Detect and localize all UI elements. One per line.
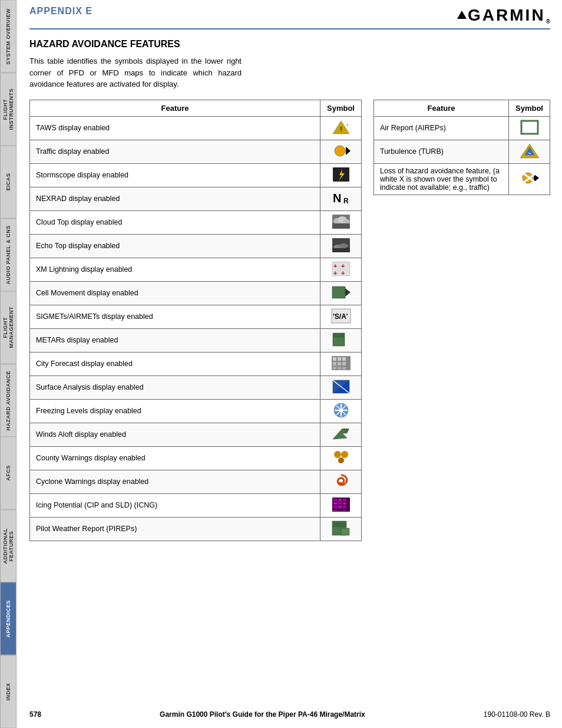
svg-rect-13	[332, 223, 350, 229]
symbol-cell	[509, 163, 550, 195]
table-row: SIGMETs/AIRMETs display enabled 'S/A'	[30, 305, 362, 328]
symbol-cell	[320, 423, 362, 446]
svg-rect-67	[332, 521, 346, 527]
svg-point-16	[339, 243, 348, 248]
section-title: HAZARD AVOIDANCE FEATURES	[29, 39, 550, 50]
section-description: This table identifies the symbols displa…	[29, 55, 242, 90]
feature-label: County Warnings display enabled	[30, 446, 320, 470]
garmin-triangle-icon	[457, 11, 467, 19]
svg-text:+: +	[333, 262, 337, 269]
svg-point-51	[341, 451, 348, 458]
table-row: Freezing Levels display enabled	[30, 399, 362, 423]
right-table-feature-header: Feature	[374, 100, 509, 116]
right-table-symbol-header: Symbol	[509, 100, 550, 116]
svg-text:↑: ↑	[346, 123, 348, 128]
table-row: Winds Aloft display enabled	[30, 423, 362, 446]
table-row: Traffic display enabled	[30, 140, 362, 163]
feature-label: TAWS display enabled	[30, 116, 320, 140]
feature-label: Pilot Weather Report (PIREPs)	[30, 517, 320, 541]
table-row: Turbulence (TURB) ~	[374, 140, 550, 163]
svg-point-12	[343, 219, 350, 224]
turbulence-symbol: ~	[519, 142, 540, 160]
feature-label: Icing Potential (CIP and SLD) (ICNG)	[30, 493, 320, 517]
surfaceanalysis-symbol	[330, 378, 352, 396]
svg-text:R: R	[343, 197, 349, 205]
symbol-cell	[320, 140, 362, 163]
symbol-cell	[320, 210, 362, 234]
sidebar-item-audio-panel[interactable]: AUDIO PANEL & CNS	[0, 219, 16, 292]
table-row: Surface Analysis display enabled	[30, 375, 362, 399]
feature-label: Winds Aloft display enabled	[30, 423, 320, 446]
svg-rect-56	[343, 499, 346, 501]
svg-rect-34	[338, 362, 341, 365]
right-feature-table: Feature Symbol Air Report (AIREPs)	[373, 100, 550, 195]
left-column: Feature Symbol TAWS display enabled ! ↑	[29, 100, 362, 541]
svg-rect-61	[338, 506, 342, 508]
table-row: Cell Movement display enabled	[30, 281, 362, 305]
svg-rect-32	[342, 357, 346, 361]
appendix-title: APPENDIX E	[29, 6, 92, 17]
table-row: Air Report (AIREPs)	[374, 116, 550, 140]
svg-rect-65	[343, 509, 346, 511]
pireps-symbol	[330, 519, 352, 537]
symbol-cell	[320, 281, 362, 305]
sidebar-item-appendices[interactable]: APPENDICES	[0, 582, 16, 655]
svg-point-50	[334, 451, 341, 458]
sidebar-item-afcs[interactable]: AFCS	[0, 437, 16, 510]
svg-text:N: N	[333, 192, 341, 205]
icing-symbol	[330, 496, 352, 513]
feature-label: Echo Top display enabled	[30, 234, 320, 258]
sidebar-item-flight-management[interactable]: FLIGHT MANAGEMENT	[0, 291, 16, 364]
feature-label: Freezing Levels display enabled	[30, 399, 320, 423]
symbol-cell	[320, 352, 362, 375]
echotop-symbol	[330, 236, 352, 254]
svg-text:!: !	[340, 126, 342, 133]
svg-rect-58	[338, 502, 342, 505]
svg-rect-35	[342, 362, 346, 365]
left-feature-table: Feature Symbol TAWS display enabled ! ↑	[29, 100, 362, 541]
svg-rect-36	[333, 367, 336, 370]
content-columns: Feature Symbol TAWS display enabled ! ↑	[29, 100, 550, 541]
sidebar-item-eicas[interactable]: EICAS	[0, 146, 16, 219]
sidebar-item-additional-features[interactable]: ADDITIONAL FEATURES	[0, 510, 16, 583]
registered-trademark: ®	[546, 18, 550, 25]
table-row: XM Lightning display enabled + + + +	[30, 258, 362, 281]
taws-symbol: ! ↑	[330, 118, 352, 136]
table-row: Echo Top display enabled	[30, 234, 362, 258]
right-column: Feature Symbol Air Report (AIREPs)	[373, 100, 550, 195]
cellmovement-symbol	[330, 284, 352, 301]
svg-rect-69	[521, 121, 538, 134]
loss-symbol	[519, 169, 540, 187]
symbol-cell: ! ↑	[320, 116, 362, 140]
symbol-cell	[320, 470, 362, 493]
cityforecast-symbol	[330, 354, 352, 372]
garmin-logo-text: GARMIN	[468, 6, 546, 25]
feature-label: Cloud Top display enabled	[30, 210, 320, 234]
feature-label: Turbulence (TURB)	[374, 140, 509, 163]
table-row: METARs display enabled	[30, 328, 362, 352]
svg-rect-38	[342, 367, 346, 370]
symbol-cell: + + + +	[320, 258, 362, 281]
sidebar-item-system-overview[interactable]: SYSTEM OVERVIEW	[0, 0, 16, 73]
symbol-cell: N R	[320, 187, 362, 210]
table-row: Cyclone Warnings display enabled	[30, 470, 362, 493]
svg-rect-64	[338, 509, 342, 511]
svg-rect-30	[333, 357, 336, 361]
feature-label: Traffic display enabled	[30, 140, 320, 163]
feature-label: SIGMETs/AIRMETs display enabled	[30, 305, 320, 328]
sidebar-item-hazard-avoidance[interactable]: HAZARD AVOIDANCE	[0, 364, 16, 437]
symbol-cell	[320, 328, 362, 352]
table-row: City Forecast display enabled	[30, 352, 362, 375]
cloudtop-symbol	[330, 213, 352, 230]
svg-rect-33	[333, 362, 336, 365]
left-table-symbol-header: Symbol	[320, 100, 362, 116]
symbol-cell	[320, 399, 362, 423]
feature-label: Loss of hazard avoidance feature, (a whi…	[374, 163, 509, 195]
side-navigation: SYSTEM OVERVIEW FLIGHT INSTRUMENTS EICAS…	[0, 0, 16, 728]
sidebar-item-flight-instruments[interactable]: FLIGHT INSTRUMENTS	[0, 73, 16, 146]
sidebar-item-index[interactable]: INDEX	[0, 655, 16, 729]
svg-rect-28	[333, 333, 345, 338]
table-row: Stormscope display enabled	[30, 163, 362, 187]
svg-text:~: ~	[528, 150, 531, 157]
svg-rect-37	[338, 367, 341, 370]
